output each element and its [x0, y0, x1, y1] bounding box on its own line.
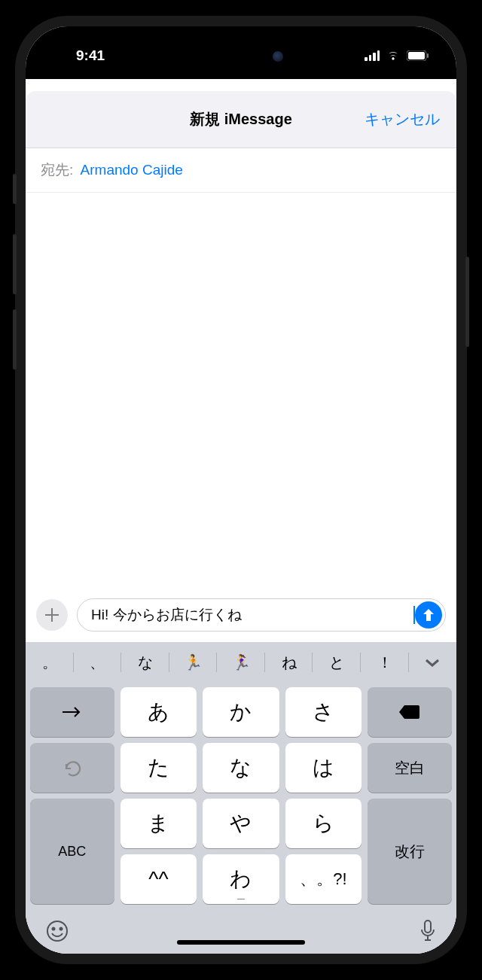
message-text: Hi! 今からお店に行くね: [91, 605, 413, 625]
page-title: 新規 iMessage: [190, 109, 292, 129]
nav-bar: 新規 iMessage キャンセル: [26, 91, 456, 148]
compose-bar: Hi! 今からお店に行くね: [26, 591, 456, 642]
key-return[interactable]: 改行: [368, 799, 452, 904]
key-a[interactable]: あ: [120, 687, 197, 737]
dynamic-island: [188, 43, 294, 73]
suggestion[interactable]: 🏃‍♀️: [217, 642, 265, 683]
cancel-button[interactable]: キャンセル: [365, 109, 440, 129]
suggestion[interactable]: と: [313, 642, 361, 683]
dictation-button[interactable]: [419, 919, 437, 946]
home-indicator[interactable]: [177, 940, 305, 945]
recipient-row[interactable]: 宛先: Armando Cajide: [26, 148, 456, 193]
svg-point-8: [60, 928, 63, 930]
delete-icon: [398, 704, 421, 720]
key-punct[interactable]: 、。?!: [285, 854, 362, 904]
key-ka[interactable]: か: [203, 687, 279, 737]
key-ma[interactable]: ま: [120, 799, 197, 848]
collapse-suggestions-button[interactable]: [409, 642, 457, 683]
emoji-button[interactable]: [45, 919, 69, 946]
svg-rect-2: [427, 53, 429, 58]
suggestion[interactable]: 🏃: [169, 642, 218, 683]
key-face[interactable]: ^^: [120, 854, 197, 904]
suggestion[interactable]: な: [121, 642, 169, 683]
svg-point-7: [53, 928, 55, 930]
suggestion[interactable]: ね: [265, 642, 313, 683]
key-sa[interactable]: さ: [285, 687, 362, 737]
arrow-right-icon: [61, 706, 84, 718]
key-ha[interactable]: は: [285, 743, 362, 793]
keyboard: 。 、 な 🏃 🏃‍♀️ ね と ！ あ: [26, 642, 456, 954]
suggestion[interactable]: ！: [361, 642, 409, 683]
key-delete[interactable]: [368, 687, 452, 737]
key-abc[interactable]: ABC: [30, 799, 114, 904]
message-input[interactable]: Hi! 今からお店に行くね: [77, 598, 446, 632]
svg-rect-1: [408, 52, 425, 59]
chevron-down-icon: [424, 657, 441, 668]
wifi-icon: [386, 50, 401, 61]
key-na[interactable]: な: [203, 743, 279, 793]
suggestion[interactable]: 。: [26, 642, 74, 683]
message-thread[interactable]: [26, 193, 456, 591]
emoji-icon: [45, 919, 69, 943]
send-button[interactable]: [415, 601, 442, 628]
svg-point-6: [47, 921, 67, 941]
battery-icon: [407, 50, 429, 61]
plus-button[interactable]: [36, 599, 68, 631]
suggestion-bar: 。 、 な 🏃 🏃‍♀️ ね と ！: [26, 642, 456, 683]
mic-icon: [419, 919, 437, 943]
key-wa[interactable]: わ—: [203, 854, 279, 904]
svg-rect-9: [425, 921, 431, 933]
plus-icon: [44, 607, 59, 622]
key-undo[interactable]: [30, 743, 114, 793]
arrow-up-icon: [422, 607, 435, 622]
undo-icon: [63, 758, 82, 778]
recipient-name: Armando Cajide: [81, 162, 183, 178]
status-time: 9:41: [53, 47, 128, 64]
key-ra[interactable]: ら: [285, 799, 362, 848]
key-ta[interactable]: た: [120, 743, 197, 793]
key-ya[interactable]: や: [203, 799, 279, 848]
recipient-label: 宛先:: [41, 162, 73, 178]
cellular-icon: [365, 50, 380, 61]
key-space[interactable]: 空白: [368, 743, 452, 793]
key-next-candidate[interactable]: [30, 687, 114, 737]
suggestion[interactable]: 、: [74, 642, 122, 683]
